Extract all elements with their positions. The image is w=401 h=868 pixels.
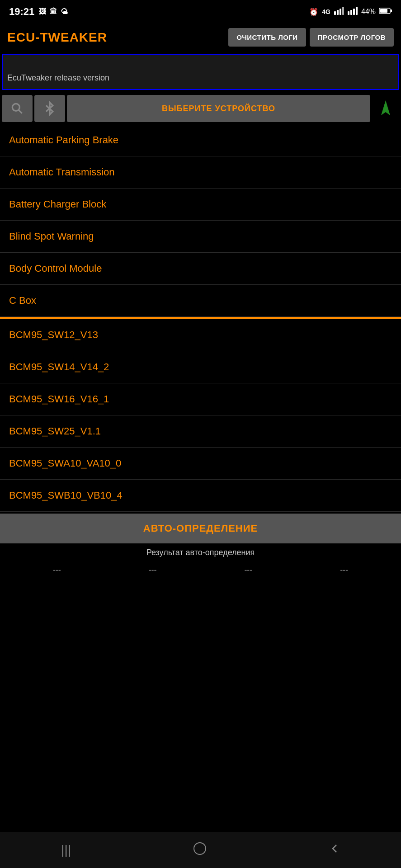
network-4g-icon: 4G <box>322 8 330 15</box>
list-item[interactable]: Blind Spot Warning <box>0 221 401 253</box>
svg-rect-1 <box>337 10 339 15</box>
list-item[interactable]: Automatic Transmission <box>0 156 401 189</box>
weather-icon: 🌤 <box>61 8 68 16</box>
svg-marker-13 <box>381 100 390 115</box>
list-item[interactable]: BCM95_SW12_V13 <box>0 319 401 351</box>
list-item[interactable]: BCM95_SWA10_VA10_0 <box>0 448 401 480</box>
info-text: EcuTweaker release version <box>7 73 109 83</box>
building-icon: 🏛 <box>50 8 57 16</box>
auto-detect-button[interactable]: АВТО-ОПРЕДЕЛЕНИЕ <box>0 514 401 543</box>
list-item[interactable]: Body Control Module <box>0 253 401 285</box>
svg-line-12 <box>19 110 22 113</box>
clear-logs-button[interactable]: ОЧИСТИТЬ ЛОГИ <box>228 28 306 47</box>
alarm-icon: ⏰ <box>309 8 318 16</box>
list-item[interactable]: Automatic Parking Brake <box>0 124 401 156</box>
gps-button[interactable] <box>372 95 399 122</box>
auto-result-label: Результат авто-определения <box>0 543 401 562</box>
header: ECU-TWEAKER ОЧИСТИТЬ ЛОГИ ПРОСМОТР ЛОГОВ <box>0 24 401 51</box>
dash-3: --- <box>244 566 252 575</box>
menu-list: Automatic Parking Brake Automatic Transm… <box>0 124 401 317</box>
dash-1: --- <box>53 566 61 575</box>
nav-back-button[interactable] <box>316 839 354 861</box>
header-buttons: ОЧИСТИТЬ ЛОГИ ПРОСМОТР ЛОГОВ <box>228 28 394 47</box>
svg-rect-4 <box>348 11 349 15</box>
list-item[interactable]: BCM95_SW25_V1.1 <box>0 415 401 448</box>
list-item[interactable]: C Box <box>0 285 401 317</box>
signal-icon-1 <box>334 7 344 17</box>
list-item[interactable]: BCM95_SW14_V14_2 <box>0 351 401 383</box>
bluetooth-button[interactable] <box>34 95 65 122</box>
view-logs-button[interactable]: ПРОСМОТР ЛОГОВ <box>310 28 394 47</box>
search-icon <box>10 101 24 116</box>
svg-rect-10 <box>391 9 392 12</box>
device-select-button[interactable]: ВЫБЕРИТЕ УСТРОЙСТВО <box>67 95 370 122</box>
home-icon <box>193 842 207 855</box>
svg-rect-6 <box>353 9 355 15</box>
nav-menu-button[interactable]: ||| <box>47 839 85 861</box>
svg-rect-2 <box>340 9 341 15</box>
battery-percent: 44% <box>361 8 376 16</box>
status-bar: 19:21 🖼 🏛 🌤 ⏰ 4G 44% <box>0 0 401 24</box>
gps-icon <box>377 99 395 118</box>
auto-dashes: --- --- --- --- <box>0 562 401 579</box>
back-icon <box>329 843 340 854</box>
nav-home-button[interactable] <box>179 838 220 862</box>
svg-rect-9 <box>380 9 387 13</box>
device-bar: ВЫБЕРИТЕ УСТРОЙСТВО <box>0 93 401 124</box>
battery-icon <box>379 7 392 16</box>
list-item[interactable]: Battery Charger Block <box>0 189 401 221</box>
main-content: Automatic Parking Brake Automatic Transm… <box>0 124 401 615</box>
signal-icon-2 <box>348 7 358 17</box>
svg-point-14 <box>194 843 206 854</box>
svg-rect-5 <box>350 10 352 15</box>
dash-2: --- <box>149 566 157 575</box>
status-time: 19:21 <box>9 6 34 18</box>
svg-rect-7 <box>356 7 358 15</box>
dash-4: --- <box>340 566 348 575</box>
photo-icon: 🖼 <box>39 8 46 16</box>
bluetooth-icon <box>42 101 57 116</box>
list-item[interactable]: BCM95_SWB10_VB10_4 <box>0 480 401 512</box>
sub-menu-list: BCM95_SW12_V13 BCM95_SW14_V14_2 BCM95_SW… <box>0 319 401 512</box>
svg-rect-0 <box>334 11 336 15</box>
app-title: ECU-TWEAKER <box>7 30 107 45</box>
info-box: EcuTweaker release version <box>2 54 399 90</box>
svg-point-11 <box>12 104 19 111</box>
search-button[interactable] <box>2 95 33 122</box>
svg-rect-3 <box>342 7 344 15</box>
list-item[interactable]: BCM95_SW16_V16_1 <box>0 383 401 415</box>
nav-bar: ||| <box>0 832 401 868</box>
